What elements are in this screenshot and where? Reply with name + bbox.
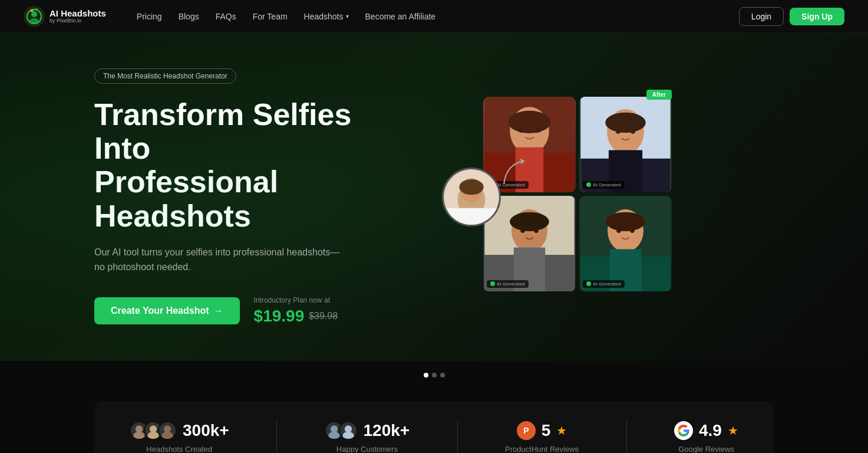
signup-button[interactable]: Sign Up <box>790 8 844 25</box>
nav-pricing[interactable]: Pricing <box>130 8 169 25</box>
pricing-info: Introductory Plan now at $19.99 $39.98 <box>254 296 338 326</box>
google-label: Google Reviews <box>678 445 734 453</box>
stat-avatars-2 <box>325 421 358 440</box>
stat-avatars-1 <box>130 421 177 440</box>
svg-point-9 <box>459 179 483 195</box>
svg-point-3 <box>29 18 39 24</box>
svg-point-44 <box>161 432 173 439</box>
stat-producthunt: P 5 ★ ProductHunt Reviews <box>505 421 579 453</box>
price-new: $19.99 <box>254 307 305 326</box>
svg-point-2 <box>31 11 37 17</box>
headshots-label: Headshots Created <box>146 445 212 453</box>
svg-point-31 <box>534 228 539 233</box>
carousel-dot-2[interactable] <box>432 373 437 378</box>
hero-actions: Create Your Headshot → Introductory Plan… <box>94 296 412 326</box>
chevron-down-icon: ▾ <box>346 13 349 19</box>
hero-images: Before After <box>448 97 672 297</box>
stat-happy-customers: 120k+ Happy Customers <box>325 421 410 453</box>
arrow-right-icon: → <box>214 306 223 316</box>
ai-generated-badge-4: AI Generated <box>583 280 625 288</box>
logo[interactable]: AI Headshots by PixelBin.io <box>24 6 106 27</box>
google-icon <box>674 421 693 440</box>
carousel-dot-1[interactable] <box>424 373 428 378</box>
svg-point-38 <box>630 228 635 233</box>
avatar-3 <box>158 421 177 440</box>
carousel-dot-3[interactable] <box>440 373 445 378</box>
ai-generated-badge-3: AI Generated <box>487 280 529 288</box>
avatar-5 <box>339 421 358 440</box>
hero-badge: The Most Realistic Headshot Generator <box>94 68 236 84</box>
nav-blogs[interactable]: Blogs <box>171 8 206 25</box>
nav-links: Pricing Blogs FAQs For Team Headshots ▾ … <box>130 8 739 25</box>
svg-point-24 <box>631 129 635 134</box>
svg-point-37 <box>616 228 621 233</box>
pricing-label: Introductory Plan now at <box>254 296 338 304</box>
hero-title: Transform Selfies Into Professional Head… <box>94 98 412 233</box>
customers-count: 120k+ <box>364 421 410 440</box>
stat-ph-top: P 5 ★ <box>517 421 567 440</box>
headshot-image-4: AI Generated <box>579 196 672 291</box>
producthunt-icon: P <box>517 421 536 440</box>
svg-point-43 <box>164 426 171 433</box>
after-label: After <box>646 90 672 100</box>
nav-headshots[interactable]: Headshots ▾ <box>297 8 356 25</box>
svg-point-28 <box>510 212 549 231</box>
google-star: ★ <box>728 424 738 438</box>
ph-star: ★ <box>556 424 567 438</box>
nav-faqs[interactable]: FAQs <box>209 8 243 25</box>
headshot-image-2: AI Generated <box>579 97 672 192</box>
google-score: 4.9 <box>699 421 722 440</box>
carousel-dots <box>0 373 868 378</box>
stat-customers-top: 120k+ <box>325 421 410 440</box>
pricing-row: $19.99 $39.98 <box>254 307 338 326</box>
stat-divider-1 <box>276 420 277 453</box>
hero-content: The Most Realistic Headshot Generator Tr… <box>94 68 412 326</box>
stat-google: 4.9 ★ Google Reviews <box>674 421 738 453</box>
stat-headshots-top: 300k+ <box>130 421 229 440</box>
stat-headshots-created: 300k+ Headshots Created <box>130 421 229 453</box>
svg-point-41 <box>150 426 157 433</box>
nav-buttons: Login Sign Up <box>739 7 844 26</box>
svg-point-40 <box>133 432 144 439</box>
svg-point-16 <box>519 128 523 133</box>
svg-point-48 <box>342 432 354 439</box>
login-button[interactable]: Login <box>739 7 784 26</box>
create-headshot-button[interactable]: Create Your Headshot → <box>94 297 240 324</box>
brand-sub: by PixelBin.io <box>49 18 106 24</box>
ph-score: 5 <box>542 421 551 440</box>
svg-point-46 <box>328 432 339 439</box>
stat-google-top: 4.9 ★ <box>674 421 738 440</box>
headshots-count: 300k+ <box>183 421 229 440</box>
brand-name: AI Headshots <box>49 9 106 19</box>
svg-point-21 <box>605 113 646 133</box>
image-grid: AI Generated AI Generated <box>483 97 672 291</box>
stats-section: 300k+ Headshots Created 120k+ Happy Cust… <box>94 401 774 453</box>
svg-point-30 <box>520 228 525 233</box>
customers-label: Happy Customers <box>336 445 398 453</box>
svg-point-14 <box>508 111 550 133</box>
svg-point-39 <box>136 426 143 433</box>
hero-section: The Most Realistic Headshot Generator Tr… <box>0 33 868 361</box>
ph-label: ProductHunt Reviews <box>505 445 579 453</box>
nav-affiliate[interactable]: Become an Affiliate <box>358 8 443 25</box>
svg-point-47 <box>344 426 351 433</box>
nav-for-team[interactable]: For Team <box>246 8 295 25</box>
svg-point-5 <box>35 8 38 11</box>
price-old: $39.98 <box>309 311 338 321</box>
svg-point-23 <box>616 129 621 134</box>
before-image: Before <box>442 168 501 226</box>
svg-point-35 <box>606 212 645 231</box>
svg-point-45 <box>330 426 337 433</box>
stat-divider-2 <box>457 420 458 453</box>
navigation: AI Headshots by PixelBin.io Pricing Blog… <box>0 0 868 33</box>
hero-description: Our AI tool turns your selfies into prof… <box>94 245 377 275</box>
svg-point-42 <box>147 432 159 439</box>
svg-point-4 <box>31 9 34 12</box>
svg-point-17 <box>536 128 540 133</box>
ai-generated-badge-2: AI Generated <box>583 181 625 189</box>
stat-divider-3 <box>626 420 627 453</box>
